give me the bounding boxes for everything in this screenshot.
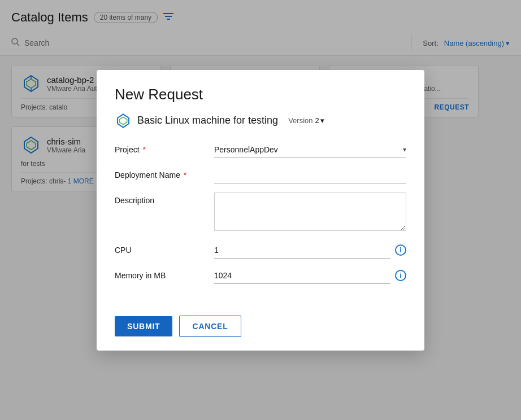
description-textarea[interactable] (214, 193, 406, 231)
cancel-button[interactable]: CANCEL (179, 316, 241, 337)
form-field-project: Project * PersonnelAppDev ▾ (115, 142, 406, 158)
memory-wrap: i (214, 268, 406, 284)
deployment-name-input[interactable] (214, 167, 406, 183)
cpu-info-icon[interactable]: i (395, 244, 406, 256)
memory-label: Memory in MB (115, 268, 205, 280)
svg-marker-16 (119, 117, 127, 124)
modal-catalog-row: Basic Linux machine for testing Version … (115, 112, 406, 129)
description-label: Description (115, 193, 205, 205)
cpu-label: CPU (115, 242, 205, 255)
cpu-wrap: i (214, 242, 406, 259)
submit-button[interactable]: SUBMIT (115, 316, 172, 336)
form-field-description: Description (115, 193, 406, 233)
required-star: * (142, 145, 145, 154)
cpu-number-wrap: i (214, 242, 406, 259)
form-field-cpu: CPU i (115, 242, 406, 259)
form-field-deployment-name: Deployment Name * (115, 167, 406, 183)
memory-info-icon[interactable]: i (395, 270, 406, 281)
modal-title: New Request (115, 86, 406, 103)
modal-version-wrap: Version 2 ▾ (288, 116, 324, 125)
memory-input[interactable] (214, 268, 390, 284)
modal-body: New Request Basic Linux machine for test… (97, 70, 424, 307)
catalog-item-icon (115, 112, 132, 129)
memory-number-wrap: i (214, 268, 406, 284)
modal-catalog-name: Basic Linux machine for testing (137, 115, 278, 126)
modal-version-label: Version (288, 116, 312, 125)
required-star: * (184, 170, 186, 180)
deployment-name-label: Deployment Name * (115, 167, 205, 180)
cpu-input[interactable] (214, 242, 390, 259)
project-select-wrap: PersonnelAppDev ▾ (214, 142, 406, 158)
modal-version-select[interactable]: 2 ▾ (315, 116, 324, 125)
modal-footer: SUBMIT CANCEL (97, 307, 424, 351)
modal-overlay: New Request Basic Linux machine for test… (0, 0, 521, 420)
form-field-memory: Memory in MB i (115, 268, 406, 284)
project-select[interactable]: PersonnelAppDev (214, 142, 406, 158)
new-request-modal: New Request Basic Linux machine for test… (97, 70, 424, 351)
project-label: Project * (115, 142, 205, 154)
description-wrap (214, 193, 406, 233)
chevron-down-icon: ▾ (320, 116, 324, 125)
deployment-name-wrap (214, 167, 406, 183)
